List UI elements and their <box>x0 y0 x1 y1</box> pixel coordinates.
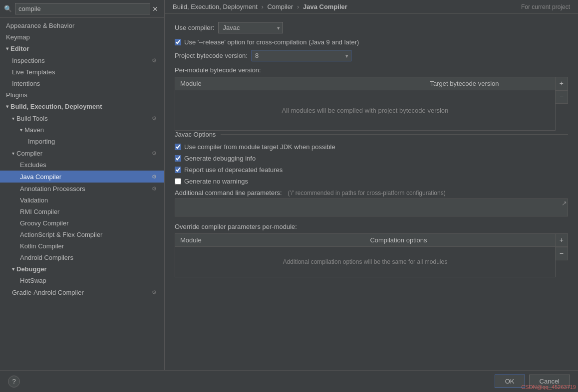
sidebar-item-appearance[interactable]: Appearance & Behavior <box>0 20 164 31</box>
javac-opt-3-checkbox[interactable] <box>175 167 181 173</box>
add-override-button[interactable]: + <box>556 233 568 247</box>
help-button[interactable]: ? <box>8 376 20 388</box>
breadcrumb-sep-1: › <box>261 3 265 10</box>
sidebar-item-debugger[interactable]: ▾ Debugger <box>0 263 164 275</box>
sidebar-item-hotswap[interactable]: HotSwap <box>0 275 164 286</box>
maven-caret: ▾ <box>20 127 22 133</box>
breadcrumb-sep-2: › <box>297 3 301 10</box>
javac-opt-1-row: Use compiler from module target JDK when… <box>175 143 568 151</box>
sidebar-item-build-execution[interactable]: ▾ Build, Execution, Deployment <box>0 101 164 112</box>
javac-opt-2-checkbox[interactable] <box>175 155 181 162</box>
version-col-header: Target bytecode version <box>425 77 555 90</box>
sidebar-item-plugins[interactable]: Plugins <box>0 89 164 101</box>
javac-opt-1-checkbox[interactable] <box>175 144 181 150</box>
module-table: Module Target bytecode version All modul… <box>175 77 556 131</box>
override-table: Module Compilation options Additional co… <box>175 233 556 277</box>
bytecode-version-input[interactable] <box>252 50 351 61</box>
sidebar: 🔍 ✕ Appearance & Behavior Keymap ▾ Edito… <box>0 0 165 370</box>
override-options-col: Compilation options <box>365 234 555 246</box>
sidebar-item-editor[interactable]: ▾ Editor <box>0 43 164 54</box>
settings-icon-compiler: ⚙ <box>150 149 158 157</box>
use-compiler-row: Use compiler: Javac Eclipse Ajc <box>175 22 568 33</box>
sidebar-item-rmi-compiler[interactable]: RMI Compiler <box>0 206 164 217</box>
sidebar-item-gradle-android[interactable]: Gradle-Android Compiler ⚙ <box>0 286 164 298</box>
javac-opt-2-label[interactable]: Generate debugging info <box>184 155 256 162</box>
sidebar-item-kotlin-compiler[interactable]: Kotlin Compiler <box>0 240 164 252</box>
use-compiler-label: Use compiler: <box>175 24 214 31</box>
release-checkbox-label[interactable]: Use '--release' option for cross-compila… <box>184 38 359 46</box>
add-module-button[interactable]: + <box>556 77 568 90</box>
settings-icon-gradle-android: ⚙ <box>150 288 158 296</box>
build-execution-caret: ▾ <box>6 104 8 109</box>
breadcrumb-part-1: Build, Execution, Deployment <box>173 3 258 10</box>
cmd-params-hint: ('/' recommended in paths for cross-plat… <box>288 190 446 196</box>
build-tools-caret: ▾ <box>12 116 14 121</box>
sidebar-item-inspections[interactable]: Inspections ⚙ <box>0 54 164 66</box>
bytecode-version-row: Project bytecode version: <box>175 50 568 61</box>
override-side-buttons: + − <box>556 233 568 277</box>
search-clear-button[interactable]: ✕ <box>150 5 160 13</box>
settings-icon-annotation: ⚙ <box>150 185 158 193</box>
module-table-empty: All modules will be compiled with projec… <box>282 107 448 114</box>
override-label: Override compiler parameters per-module: <box>175 223 568 230</box>
dialog-footer: ? OK Cancel <box>0 370 578 392</box>
sidebar-item-java-compiler[interactable]: Java Compiler ⚙ <box>0 171 164 183</box>
remove-module-button[interactable]: − <box>556 90 568 104</box>
javac-opt-2-row: Generate debugging info <box>175 155 568 162</box>
module-table-outer: Module Target bytecode version All modul… <box>175 77 568 131</box>
javac-options-line <box>221 134 568 135</box>
debugger-caret: ▾ <box>12 266 14 272</box>
sidebar-item-validation[interactable]: Validation <box>0 195 164 206</box>
cmd-params-expand-button[interactable]: ↗ <box>562 199 567 207</box>
sidebar-item-keymap[interactable]: Keymap <box>0 31 164 43</box>
settings-icon-build-tools: ⚙ <box>150 114 158 122</box>
override-section: Override compiler parameters per-module:… <box>175 223 568 277</box>
per-module-label: Per-module bytecode version: <box>175 66 568 74</box>
cmd-params-row: Additional command line parameters: ('/'… <box>175 189 568 218</box>
sidebar-item-actionscript-compiler[interactable]: ActionScript & Flex Compiler <box>0 229 164 240</box>
sidebar-item-intentions[interactable]: Intentions <box>0 78 164 89</box>
sidebar-item-android-compilers[interactable]: Android Compilers <box>0 252 164 263</box>
remove-override-button[interactable]: − <box>556 247 568 260</box>
javac-opt-4-checkbox[interactable] <box>175 178 181 185</box>
editor-caret: ▾ <box>6 46 8 51</box>
cmd-params-textarea[interactable] <box>175 198 568 216</box>
javac-opt-4-label[interactable]: Generate no warnings <box>184 178 248 185</box>
breadcrumb-part-3: Java Compiler <box>303 3 347 10</box>
search-input[interactable] <box>15 3 150 14</box>
sidebar-item-compiler[interactable]: ▾ Compiler ⚙ <box>0 147 164 159</box>
breadcrumb-bar: Build, Execution, Deployment › Compiler … <box>165 0 578 14</box>
settings-icon-inspections: ⚙ <box>150 56 158 64</box>
override-table-body: Additional compilation options will be t… <box>175 247 555 277</box>
bytecode-input-wrapper <box>252 50 351 61</box>
main-panel: Build, Execution, Deployment › Compiler … <box>165 0 578 370</box>
settings-icon-java-compiler: ⚙ <box>150 173 158 181</box>
sidebar-item-annotation-processors[interactable]: Annotation Processors ⚙ <box>0 183 164 195</box>
ok-button[interactable]: OK <box>495 375 525 388</box>
override-table-empty: Additional compilation options will be t… <box>283 258 448 265</box>
module-col-header: Module <box>175 77 425 90</box>
override-module-col: Module <box>175 234 365 246</box>
compiler-select[interactable]: Javac Eclipse Ajc <box>218 22 283 33</box>
sidebar-item-groovy-compiler[interactable]: Groovy Compiler <box>0 217 164 229</box>
compiler-select-wrapper: Javac Eclipse Ajc <box>218 22 283 33</box>
javac-opt-3-row: Report use of deprecated features <box>175 166 568 174</box>
sidebar-item-live-templates[interactable]: Live Templates <box>0 66 164 78</box>
sidebar-item-excludes[interactable]: Excludes <box>0 159 164 171</box>
sidebar-item-build-tools[interactable]: ▾ Build Tools ⚙ <box>0 112 164 124</box>
settings-dialog: 🔍 ✕ Appearance & Behavior Keymap ▾ Edito… <box>0 0 578 392</box>
javac-opt-1-label[interactable]: Use compiler from module target JDK when… <box>184 143 335 151</box>
sidebar-item-importing[interactable]: Importing <box>0 136 164 147</box>
nav-list: Appearance & Behavior Keymap ▾ Editor In… <box>0 18 164 370</box>
override-table-header: Module Compilation options <box>175 234 555 247</box>
sidebar-item-maven[interactable]: ▾ Maven <box>0 124 164 136</box>
cmd-params-input-wrapper: ↗ <box>175 198 568 218</box>
search-icon: 🔍 <box>4 5 12 12</box>
compiler-caret: ▾ <box>12 151 14 156</box>
dialog-body: 🔍 ✕ Appearance & Behavior Keymap ▾ Edito… <box>0 0 578 370</box>
release-checkbox[interactable] <box>175 39 181 45</box>
javac-opt-3-label[interactable]: Report use of deprecated features <box>184 166 283 174</box>
footer-left: ? <box>8 376 20 388</box>
override-table-outer: Module Compilation options Additional co… <box>175 233 568 277</box>
watermark: CSDN@qq_45263719 <box>521 384 576 390</box>
